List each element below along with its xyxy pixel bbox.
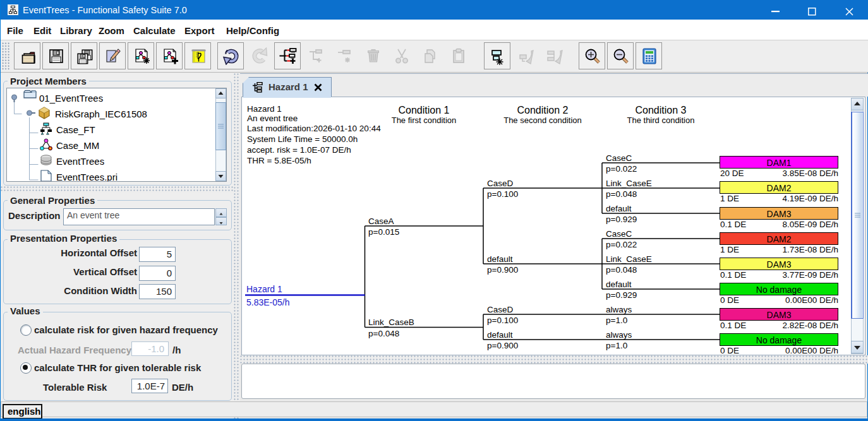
svg-text:Case_MM: Case_MM — [56, 140, 99, 151]
svg-text:EventTrees: EventTrees — [56, 156, 104, 167]
svg-text:Case_FT: Case_FT — [56, 124, 95, 135]
svg-text:01_EventTrees: 01_EventTrees — [39, 93, 103, 104]
svg-text:RiskGraph_IEC61508: RiskGraph_IEC61508 — [55, 109, 147, 119]
svg-text:EventTrees.pri: EventTrees.pri — [56, 172, 118, 181]
